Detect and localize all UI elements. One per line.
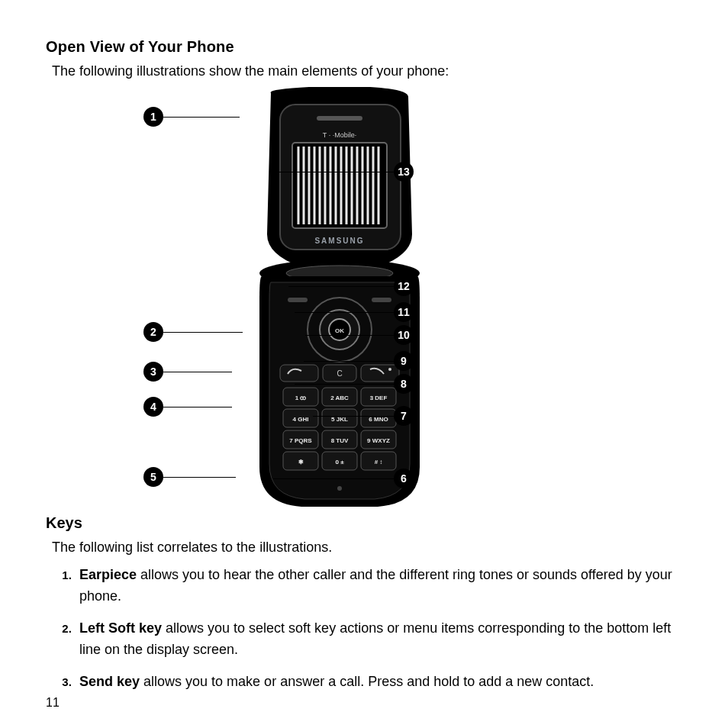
svg-text:# ↕: # ↕ [375,459,383,465]
key-term: Send key [79,674,140,689]
ok-key: OK [335,327,344,334]
svg-text:8 TUV: 8 TUV [331,437,349,444]
key-item-3: Send key allows you to make or answer a … [75,672,682,693]
svg-point-30 [388,368,391,371]
svg-rect-26 [280,365,318,382]
callout-8: 8 [394,374,414,394]
svg-text:2 ABC: 2 ABC [330,395,349,401]
callout-13: 13 [394,162,414,182]
svg-point-55 [337,486,342,491]
keys-heading: Keys [46,514,682,532]
callout-1: 1 [143,107,163,127]
svg-rect-25 [372,298,391,302]
callout-10: 10 [394,325,414,345]
svg-text:C: C [337,369,342,378]
figure-area: 1 2 3 4 5 6 7 8 9 10 11 12 13 [46,85,682,513]
svg-text:✱: ✱ [298,459,304,465]
callout-11: 11 [394,302,414,322]
key-desc: allows you to make or answer a call. Pre… [140,674,594,689]
svg-rect-1 [317,116,362,121]
svg-text:9 WXYZ: 9 WXYZ [367,437,390,444]
svg-rect-28 [361,365,399,382]
callout-4: 4 [143,397,163,417]
svg-text:1 ꝏ: 1 ꝏ [295,395,307,401]
keys-intro: The following list correlates to the ill… [52,540,682,556]
page-number: 11 [46,696,60,710]
svg-text:7 PQRS: 7 PQRS [289,437,312,444]
callout-6: 6 [394,469,414,488]
svg-text:6 MNO: 6 MNO [369,416,388,423]
carrier-label: T · ·Mobile· [323,131,356,139]
svg-text:5 JKL: 5 JKL [331,416,348,423]
manual-page: Open View of Your Phone The following il… [0,0,728,728]
key-term: Earpiece [79,567,137,582]
callout-5: 5 [143,467,163,487]
callout-3: 3 [143,362,163,382]
svg-text:4 GHI: 4 GHI [293,416,309,423]
section-intro: The following illustrations show the mai… [52,63,682,79]
key-desc: allows you to select soft key actions or… [79,620,671,657]
callout-2: 2 [143,322,163,342]
section-heading: Open View of Your Phone [46,38,682,56]
svg-text:0 ±: 0 ± [335,459,344,465]
callout-12: 12 [394,276,414,296]
brand-label: SAMSUNG [314,237,364,245]
key-item-2: Left Soft key allows you to select soft … [75,618,682,661]
key-desc: allows you to hear the other caller and … [79,567,672,604]
keys-list: Earpiece allows you to hear the other ca… [52,565,682,692]
callout-7: 7 [394,406,414,426]
svg-rect-24 [288,298,308,302]
phone-illustration: T · ·Mobile· [225,85,530,513]
svg-text:3 DEF: 3 DEF [370,395,388,401]
key-item-1: Earpiece allows you to hear the other ca… [75,565,682,607]
key-term: Left Soft key [79,620,162,636]
callout-9: 9 [394,351,414,371]
